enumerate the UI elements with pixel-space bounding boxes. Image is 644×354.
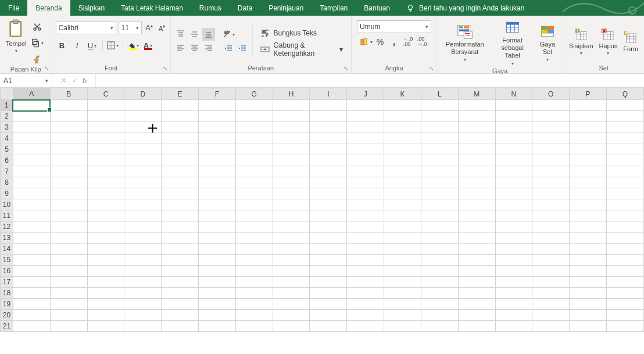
- align-top-button[interactable]: [174, 28, 187, 41]
- cell-O13[interactable]: [532, 233, 570, 244]
- cell-M14[interactable]: [458, 244, 495, 255]
- cell-D21[interactable]: [124, 321, 162, 332]
- row-header-18[interactable]: 18: [1, 288, 13, 299]
- cell-F19[interactable]: [199, 299, 236, 310]
- cell-Q16[interactable]: [607, 266, 644, 277]
- cell-K7[interactable]: [384, 166, 421, 177]
- cell-styles-button[interactable]: Gaya Sel ▾: [536, 22, 559, 64]
- comma-button[interactable]: ,: [388, 35, 400, 48]
- cell-C11[interactable]: [87, 210, 124, 221]
- cell-H7[interactable]: [273, 166, 310, 177]
- cell-K21[interactable]: [384, 321, 421, 332]
- cell-D11[interactable]: [124, 210, 162, 221]
- cell-E18[interactable]: [162, 288, 199, 299]
- cell-Q5[interactable]: [607, 144, 644, 155]
- cell-M13[interactable]: [458, 233, 495, 244]
- cell-J8[interactable]: [347, 177, 384, 188]
- cell-P19[interactable]: [570, 299, 607, 310]
- cell-O10[interactable]: [532, 199, 570, 210]
- cell-A17[interactable]: [13, 277, 50, 288]
- cell-B13[interactable]: [50, 233, 87, 244]
- cell-P4[interactable]: [570, 133, 607, 144]
- cell-H4[interactable]: [273, 133, 310, 144]
- accounting-format-button[interactable]: ▾: [360, 35, 373, 48]
- cell-I9[interactable]: [310, 188, 347, 199]
- cell-F2[interactable]: [199, 111, 236, 122]
- cell-F10[interactable]: [199, 199, 236, 210]
- cell-A8[interactable]: [13, 177, 50, 188]
- cell-Q1[interactable]: [607, 100, 644, 111]
- column-header-H[interactable]: H: [273, 88, 310, 100]
- cell-A2[interactable]: [13, 111, 50, 122]
- cell-Q18[interactable]: [607, 288, 644, 299]
- cell-I21[interactable]: [310, 321, 347, 332]
- cell-I14[interactable]: [310, 244, 347, 255]
- cell-N1[interactable]: [495, 100, 532, 111]
- cell-D4[interactable]: [124, 133, 162, 144]
- cell-B11[interactable]: [50, 210, 87, 221]
- cell-A19[interactable]: [13, 299, 50, 310]
- cell-Q2[interactable]: [607, 111, 644, 122]
- cell-I13[interactable]: [310, 233, 347, 244]
- cell-C16[interactable]: [87, 266, 124, 277]
- cell-P17[interactable]: [570, 277, 607, 288]
- cell-K13[interactable]: [384, 233, 421, 244]
- cell-O20[interactable]: [532, 310, 570, 321]
- column-header-P[interactable]: P: [570, 88, 607, 100]
- cell-Q14[interactable]: [607, 244, 644, 255]
- cell-N15[interactable]: [495, 255, 532, 266]
- cell-G17[interactable]: [235, 277, 273, 288]
- cell-E4[interactable]: [162, 133, 199, 144]
- cell-G18[interactable]: [235, 288, 273, 299]
- tab-review[interactable]: Peninjauan: [260, 0, 312, 16]
- dialog-launcher-font[interactable]: ⤡: [161, 64, 169, 72]
- cell-N20[interactable]: [495, 310, 532, 321]
- row-header-12[interactable]: 12: [1, 221, 13, 233]
- cell-D18[interactable]: [124, 288, 162, 299]
- row-header-3[interactable]: 3: [1, 122, 13, 133]
- cut-button[interactable]: [31, 20, 44, 33]
- cell-P1[interactable]: [570, 100, 607, 111]
- cell-B7[interactable]: [50, 166, 87, 177]
- cell-B21[interactable]: [50, 321, 87, 332]
- cell-E1[interactable]: [162, 100, 199, 111]
- cell-I6[interactable]: [310, 155, 347, 166]
- cell-I18[interactable]: [310, 288, 347, 299]
- align-left-button[interactable]: [174, 42, 187, 55]
- cell-M17[interactable]: [458, 277, 495, 288]
- row-header-8[interactable]: 8: [1, 177, 13, 188]
- cell-E9[interactable]: [162, 188, 199, 199]
- fill-color-button[interactable]: ▾: [127, 39, 139, 52]
- cell-I4[interactable]: [310, 133, 347, 144]
- cell-E21[interactable]: [162, 321, 199, 332]
- row-header-4[interactable]: 4: [1, 133, 13, 144]
- align-center-button[interactable]: [188, 42, 201, 55]
- cell-B3[interactable]: [50, 122, 87, 133]
- dialog-launcher-clipboard[interactable]: ⤡: [42, 64, 51, 72]
- cell-G6[interactable]: [235, 155, 273, 166]
- column-header-E[interactable]: E: [162, 88, 199, 100]
- cell-C12[interactable]: [87, 221, 124, 233]
- cell-D20[interactable]: [124, 310, 162, 321]
- row-header-1[interactable]: 1: [1, 100, 13, 111]
- cell-G14[interactable]: [235, 244, 273, 255]
- cell-O6[interactable]: [532, 155, 570, 166]
- cell-M21[interactable]: [458, 321, 495, 332]
- cell-E12[interactable]: [162, 221, 199, 233]
- cell-D8[interactable]: [124, 177, 162, 188]
- align-middle-button[interactable]: [188, 28, 201, 41]
- cell-E10[interactable]: [162, 199, 199, 210]
- cell-N21[interactable]: [495, 321, 532, 332]
- cell-J4[interactable]: [347, 133, 384, 144]
- cell-M6[interactable]: [458, 155, 495, 166]
- cell-J21[interactable]: [347, 321, 384, 332]
- cell-O19[interactable]: [532, 299, 570, 310]
- cell-O16[interactable]: [532, 266, 570, 277]
- cell-D9[interactable]: [124, 188, 162, 199]
- cell-P11[interactable]: [570, 210, 607, 221]
- cell-M7[interactable]: [458, 166, 495, 177]
- cell-L11[interactable]: [421, 210, 458, 221]
- cell-H8[interactable]: [273, 177, 310, 188]
- cell-F17[interactable]: [199, 277, 236, 288]
- cell-F7[interactable]: [199, 166, 236, 177]
